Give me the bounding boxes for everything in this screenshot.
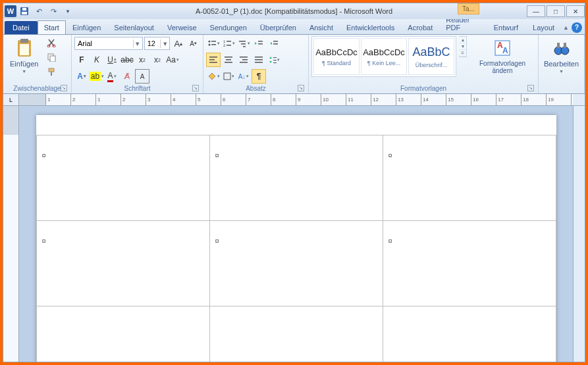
gallery-down-icon[interactable]: ▾ [459,43,466,50]
table-tools-context-tab[interactable]: Ta... [458,3,479,14]
tab-seitenlayout[interactable]: Seitenlayout [107,20,161,34]
show-paragraph-marks-button[interactable]: ¶ [252,69,266,84]
dialog-launcher-icon[interactable]: ↘ [298,85,304,91]
style-no-spacing[interactable]: AaBbCcDc¶ Kein Lee... [361,38,407,75]
minimize-ribbon-icon[interactable]: ▲ [563,24,569,31]
svg-rect-48 [557,43,560,48]
shrink-font-button[interactable]: A▾ [186,36,200,51]
clear-formatting-button[interactable]: A̸ [120,69,134,84]
font-name-combo[interactable]: Arial▾ [74,37,143,50]
align-right-button[interactable] [236,53,251,67]
dialog-launcher-icon[interactable]: ↘ [61,85,67,91]
help-icon[interactable]: ? [572,22,582,33]
justify-button[interactable] [252,53,266,67]
page[interactable]: ¤ ¤ ¤ ¤ ¤ ¤ [36,115,556,362]
tab-start[interactable]: Start [38,20,66,34]
change-styles-icon: AA [492,37,513,59]
multilevel-list-button[interactable] [236,36,251,51]
superscript-button[interactable]: x2 [150,53,165,67]
shading-button[interactable] [206,69,221,84]
chevron-down-icon[interactable]: ▾ [133,39,142,48]
maximize-button[interactable]: □ [547,5,565,17]
subscript-button[interactable]: x2 [135,53,149,67]
style-standard[interactable]: AaBbCcDc¶ Standard [313,38,360,75]
table-cell[interactable]: ¤ [36,135,209,221]
tab-layout[interactable]: Layout [527,20,560,34]
numbering-button[interactable]: 12 [221,36,236,51]
tab-sendungen[interactable]: Sendungen [203,20,254,34]
app-icon[interactable]: W [5,5,16,17]
gallery-more-icon[interactable]: ≡ [459,50,466,57]
strikethrough-button[interactable]: abc [120,53,134,67]
tab-entwurf[interactable]: Entwurf [488,20,524,34]
character-border-button[interactable]: A [135,69,149,84]
svg-rect-15 [211,44,216,45]
svg-rect-27 [209,57,217,58]
chevron-down-icon[interactable]: ▾ [160,39,169,48]
vertical-scrollbar[interactable] [573,106,585,362]
cut-icon[interactable] [45,36,58,49]
bold-button[interactable]: F [74,53,89,67]
table-cell[interactable]: ¤ [209,135,383,221]
table-cell[interactable] [36,306,209,362]
tab-acrobat[interactable]: Acrobat [401,20,439,34]
table-cell[interactable]: ¤ [209,221,383,306]
sort-button[interactable]: A↓ [236,69,251,84]
gallery-up-icon[interactable]: ▴ [459,37,466,43]
change-styles-button[interactable]: AA Formatvorlagen ändern [469,36,535,76]
bullets-button[interactable] [206,36,221,51]
group-styles: AaBbCcDc¶ Standard AaBbCcDc¶ Kein Lee...… [309,35,539,93]
document-area[interactable]: ¤ ¤ ¤ ¤ ¤ ¤ [19,106,573,362]
dialog-launcher-icon[interactable]: ↘ [192,85,199,91]
svg-rect-11 [51,72,52,76]
redo-icon[interactable]: ↷ [47,5,60,18]
text-effects-button[interactable]: A [74,69,89,84]
change-case-button[interactable]: Aa [165,53,180,67]
svg-rect-19 [227,45,231,46]
vertical-ruler[interactable] [3,106,19,362]
borders-button[interactable] [221,69,236,84]
svg-rect-13 [211,41,216,42]
file-tab[interactable]: Datei [5,21,38,34]
font-color-button[interactable]: A [105,69,119,84]
table-cell[interactable] [383,306,556,362]
highlight-button[interactable]: ab [90,69,104,84]
align-left-button[interactable] [206,53,221,67]
grow-font-button[interactable]: A▴ [171,36,185,51]
paste-button[interactable]: Einfügen ▼ [6,36,42,75]
line-spacing-button[interactable] [267,53,281,67]
style-heading1[interactable]: AaBbCÜberschrif... [408,38,454,75]
decrease-indent-button[interactable] [252,36,266,51]
label-table[interactable]: ¤ ¤ ¤ ¤ ¤ ¤ [36,135,556,362]
align-center-button[interactable] [221,53,236,67]
svg-rect-29 [209,62,217,63]
minimize-button[interactable]: — [527,5,545,17]
copy-icon[interactable] [45,51,58,64]
increase-indent-button[interactable] [267,36,281,51]
tab-ansicht[interactable]: Ansicht [303,20,340,34]
underline-button[interactable]: U [105,53,119,67]
tab-verweise[interactable]: Verweise [161,20,203,34]
undo-icon[interactable]: ↶ [32,5,45,18]
table-cell[interactable] [209,306,383,362]
save-icon[interactable] [18,5,31,18]
italic-button[interactable]: K [90,53,104,67]
format-painter-icon[interactable] [45,65,58,78]
close-button[interactable]: ✕ [566,5,585,17]
tab-ueberpruefen[interactable]: Überprüfen [254,20,303,34]
svg-rect-36 [255,57,263,58]
dialog-launcher-icon[interactable]: ↘ [527,85,534,91]
font-size-combo[interactable]: 12▾ [144,37,171,50]
tab-selector[interactable]: L [3,94,19,106]
ruler-tick: 1 [95,94,120,105]
editing-button[interactable]: Bearbeiten ▼ [541,36,581,75]
table-cell[interactable]: ¤ [383,135,556,221]
group-label: Schriftart↘ [74,84,200,93]
table-cell[interactable]: ¤ [383,221,556,306]
tab-einfuegen[interactable]: Einfügen [66,20,107,34]
tab-entwicklertools[interactable]: Entwicklertools [340,20,401,34]
horizontal-ruler[interactable]: 121234567891011121314151617181920 [19,94,573,106]
table-cell[interactable]: ¤ [36,221,209,306]
svg-rect-31 [226,59,231,61]
qat-dropdown-icon[interactable]: ▼ [61,5,74,18]
